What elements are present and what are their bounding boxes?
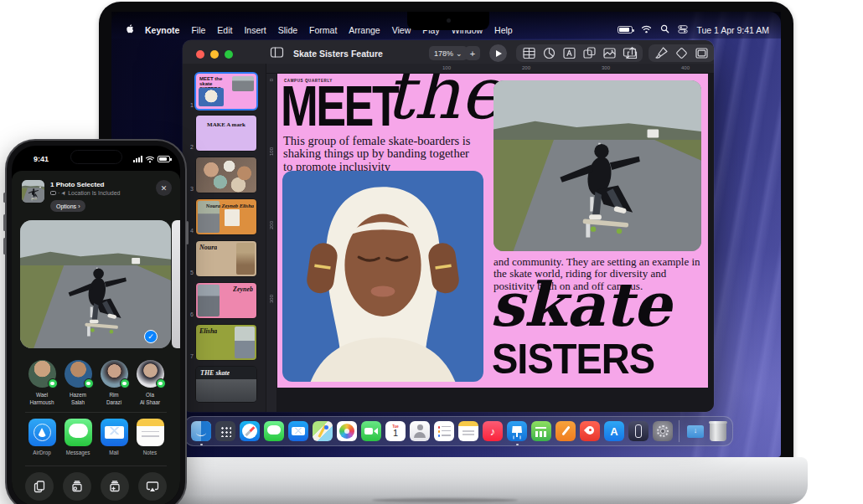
dock-rocket-app-icon[interactable] bbox=[580, 421, 600, 441]
dock-keynote-icon[interactable] bbox=[507, 421, 527, 441]
dock-trash-icon[interactable] bbox=[710, 421, 726, 441]
format-brush-icon[interactable] bbox=[654, 46, 669, 60]
menu-bar-clock[interactable]: Tue 1 Apr 9:41 AM bbox=[696, 25, 769, 35]
slide-thumbnail-row[interactable]: 3 bbox=[183, 157, 266, 193]
slide-headline-script[interactable]: the bbox=[385, 74, 503, 129]
slide-thumbnail-row[interactable]: 2 MAKE A mark bbox=[183, 116, 266, 151]
menu-edit[interactable]: Edit bbox=[217, 25, 232, 35]
chart-tool-icon[interactable] bbox=[542, 46, 556, 60]
calendar-day: 1 bbox=[393, 429, 398, 438]
slide-thumbnail-3[interactable] bbox=[196, 157, 256, 193]
dock-calendar-icon[interactable]: Tue 1 bbox=[385, 421, 406, 441]
menu-app-name[interactable]: Keynote bbox=[145, 25, 179, 35]
dock-iphone-mirroring-icon[interactable] bbox=[628, 421, 649, 441]
share-sheet: 1 Photo Selected · ➤ Location Is Include… bbox=[12, 171, 180, 504]
dock-launchpad-icon[interactable] bbox=[215, 421, 235, 441]
slide-thumbnail-row[interactable]: 6 Zeyneb bbox=[183, 283, 266, 318]
media-tool-icon[interactable] bbox=[602, 46, 617, 60]
options-button[interactable]: Options › bbox=[50, 200, 85, 212]
share-to-airdrop[interactable]: AirDrop bbox=[25, 419, 59, 455]
dock-downloads-icon[interactable] bbox=[685, 421, 705, 441]
minimize-window-button[interactable] bbox=[210, 50, 219, 59]
slide-thumbnail-row[interactable]: 4 Noura Zeyneb Elisha bbox=[183, 199, 266, 234]
control-center-icon[interactable] bbox=[678, 25, 688, 35]
contact-ola[interactable]: OlaAl Shaar bbox=[133, 360, 167, 406]
dock-messages-icon[interactable] bbox=[264, 421, 284, 441]
share-to-mail[interactable]: Mail bbox=[97, 419, 131, 455]
dock-pages-icon[interactable] bbox=[556, 421, 576, 441]
dock-facetime-icon[interactable] bbox=[361, 421, 381, 441]
slide-thumbnail-1[interactable]: MEET the skate SISTERS bbox=[196, 74, 256, 109]
slide-footer-bold[interactable]: SISTERS bbox=[492, 338, 654, 380]
photo-selected-checkmark[interactable]: ✓ bbox=[144, 330, 158, 343]
spotlight-search-icon[interactable] bbox=[660, 24, 669, 35]
menu-slide[interactable]: Slide bbox=[278, 25, 297, 35]
next-photo-edge[interactable] bbox=[172, 220, 180, 348]
menu-arrange[interactable]: Arrange bbox=[349, 25, 380, 35]
slide-intro-text[interactable]: This group of female skate-boarders is s… bbox=[283, 135, 474, 173]
chevron-down-icon: ⌄ bbox=[456, 49, 463, 58]
battery-icon[interactable] bbox=[618, 26, 633, 33]
dock-reminders-icon[interactable] bbox=[434, 421, 454, 441]
shared-album-action-button[interactable] bbox=[63, 472, 91, 501]
slide-thumbnail-8[interactable]: THE skate bbox=[196, 367, 256, 402]
slide-thumbnail-4[interactable]: Noura Zeyneb Elisha bbox=[196, 199, 256, 234]
contact-hazem[interactable]: HazemSalah bbox=[61, 360, 95, 406]
menu-insert[interactable]: Insert bbox=[244, 25, 266, 35]
slide-thumbnail-2[interactable]: MAKE A mark bbox=[196, 116, 256, 151]
dock-mail-icon[interactable] bbox=[288, 421, 308, 441]
share-to-messages[interactable]: Messages bbox=[61, 419, 95, 455]
close-window-button[interactable] bbox=[196, 50, 204, 59]
share-button[interactable] bbox=[625, 46, 639, 60]
menu-file[interactable]: File bbox=[191, 25, 205, 35]
animate-icon[interactable] bbox=[674, 46, 689, 60]
dock-photos-icon[interactable] bbox=[337, 421, 357, 441]
dock-maps-icon[interactable] bbox=[313, 421, 333, 441]
view-sidebar-toggle-button[interactable] bbox=[270, 45, 284, 59]
slide-portrait-photo[interactable] bbox=[282, 171, 483, 382]
dock-music-icon[interactable]: ♪ bbox=[483, 421, 503, 441]
slide-thumbnail-row[interactable]: 5 Noura bbox=[183, 241, 266, 276]
share-to-notes[interactable]: Notes bbox=[133, 419, 167, 455]
menu-help[interactable]: Help bbox=[494, 25, 513, 35]
contact-rim[interactable]: RimDarazi bbox=[97, 360, 131, 406]
zoom-level-dropdown[interactable]: 178% ⌄ bbox=[429, 46, 468, 60]
contact-wael[interactable]: WaelHarmoush bbox=[25, 360, 59, 406]
add-slide-button[interactable]: + bbox=[465, 46, 480, 60]
slide-skateboarder-photo[interactable] bbox=[494, 80, 701, 251]
dock-system-settings-icon[interactable] bbox=[653, 421, 673, 441]
apple-menu[interactable] bbox=[125, 23, 135, 35]
ruler-tick: 200 bbox=[269, 221, 274, 229]
dock-numbers-icon[interactable] bbox=[531, 421, 551, 441]
dock-safari-icon[interactable] bbox=[240, 421, 260, 441]
table-tool-icon[interactable] bbox=[522, 46, 536, 60]
slide-thumbnail-row[interactable]: THE skate bbox=[183, 367, 266, 402]
slide-thumbnail-7[interactable]: Elisha bbox=[196, 325, 256, 360]
camera-dot bbox=[447, 18, 451, 23]
dock-finder-icon[interactable] bbox=[191, 421, 211, 441]
slide-thumbnail-6[interactable]: Zeyneb bbox=[196, 283, 256, 318]
slide-footer-script[interactable]: skate bbox=[490, 275, 671, 335]
slide-headline-bold[interactable]: MEET bbox=[281, 80, 397, 132]
wifi-icon[interactable] bbox=[641, 25, 652, 35]
play-button[interactable] bbox=[489, 44, 507, 62]
airplay-action-button[interactable] bbox=[138, 472, 167, 501]
zoom-window-button[interactable] bbox=[225, 50, 233, 59]
dock-contacts-icon[interactable] bbox=[410, 421, 430, 441]
slide-thumbnail-row[interactable]: 1 MEET the skate SISTERS bbox=[183, 74, 266, 109]
document-icon[interactable] bbox=[695, 46, 709, 60]
shape-tool-icon[interactable] bbox=[582, 46, 597, 60]
slide-thumbnail-row[interactable]: 7 Elisha bbox=[183, 325, 266, 360]
photo-preview[interactable] bbox=[20, 220, 171, 348]
menu-format[interactable]: Format bbox=[309, 25, 337, 35]
close-share-sheet-button[interactable]: ✕ bbox=[156, 180, 172, 196]
current-slide[interactable]: CAMPUS QUARTERLY MEET the This group of … bbox=[277, 74, 708, 388]
iphone-action-button bbox=[3, 193, 6, 203]
add-to-album-action-button[interactable] bbox=[101, 472, 129, 501]
slide-thumb-text: Elisha bbox=[199, 328, 217, 335]
dock-appstore-icon[interactable]: A bbox=[604, 421, 624, 441]
slide-thumbnail-5[interactable]: Noura bbox=[196, 241, 256, 276]
text-tool-icon[interactable] bbox=[562, 46, 576, 60]
dock-notes-icon[interactable] bbox=[458, 421, 478, 441]
copy-action-button[interactable] bbox=[25, 472, 54, 501]
